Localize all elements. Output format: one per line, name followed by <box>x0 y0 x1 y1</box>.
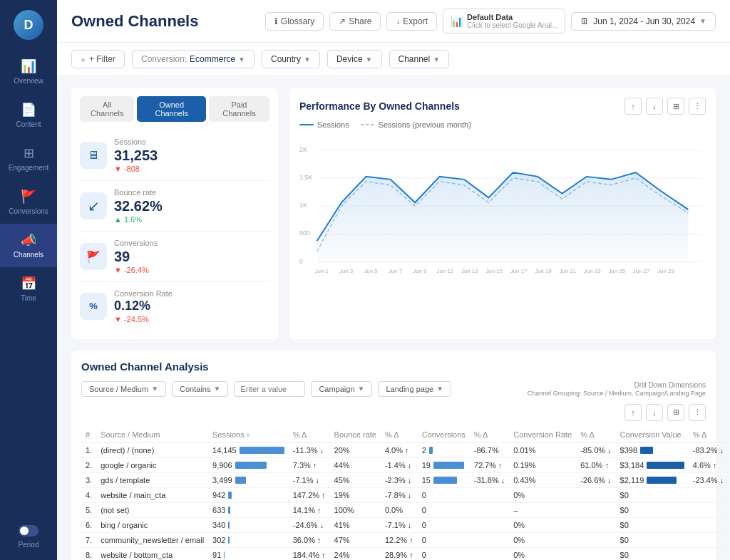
date-chevron-icon: ▼ <box>699 17 706 25</box>
conversion-filter[interactable]: Conversion: Ecommerce ▼ <box>132 50 255 68</box>
overview-icon: 📊 <box>21 58 36 74</box>
chart-up-button[interactable]: ↑ <box>624 98 642 115</box>
filter-value-input[interactable] <box>234 381 305 397</box>
sidebar-item-period[interactable]: Period <box>19 519 39 554</box>
table-row: 4. website / main_cta 942 147.2% ↑ 19% -… <box>81 487 728 502</box>
table-up-button[interactable]: ↑ <box>624 404 642 421</box>
cell-conv: 0 <box>418 532 470 547</box>
filterbar: ⬦ + Filter Conversion: Ecommerce ▼ Count… <box>57 43 730 76</box>
table-header: # Source / Medium Sessions ↑ % Δ Bounce … <box>81 427 728 443</box>
sidebar-item-overview[interactable]: 📊 Overview <box>0 50 57 93</box>
cell-pct-cr <box>576 532 615 547</box>
tab-owned-channels[interactable]: Owned Channels <box>137 96 205 122</box>
metrics-panel: All Channels Owned Channels Paid Channel… <box>71 88 278 339</box>
share-button[interactable]: ↗ Share <box>329 12 381 31</box>
cell-source: community_newsletter / email <box>96 532 208 547</box>
metric-conv-rate: % Conversion Rate 0.12% ▼ -24.5% <box>80 282 269 331</box>
source-medium-dropdown[interactable]: Source / Medium ▼ <box>81 381 166 397</box>
sessions-info: Sessions 31,253 ▼ -808 <box>114 138 269 173</box>
source-medium-label: Source / Medium <box>89 385 148 393</box>
svg-text:Jun 27: Jun 27 <box>633 268 650 274</box>
sidebar-item-channels[interactable]: 📣 Channels <box>0 224 57 267</box>
cell-pct-sessions: -24.6% ↓ <box>289 517 330 532</box>
sidebar-item-conversions[interactable]: 🚩 Conversions <box>0 180 57 224</box>
channel-filter[interactable]: Channel ▼ <box>389 50 450 68</box>
filter-button[interactable]: ⬦ + Filter <box>71 50 125 68</box>
glossary-button[interactable]: ℹ Glossary <box>265 12 324 31</box>
analysis-table: # Source / Medium Sessions ↑ % Δ Bounce … <box>81 427 728 560</box>
landing-page-label: Landing page <box>386 385 433 393</box>
period-toggle[interactable] <box>19 525 38 536</box>
table-down-button[interactable]: ↓ <box>646 404 663 421</box>
export-label: Export <box>403 16 428 26</box>
sidebar-item-content[interactable]: 📄 Content <box>0 93 57 137</box>
col-source[interactable]: Source / Medium <box>96 427 208 443</box>
conv-rate-value: 0.12% <box>114 299 269 313</box>
date-range-button[interactable]: 🗓 Jun 1, 2024 - Jun 30, 2024 ▼ <box>571 12 716 31</box>
app-logo[interactable]: D <box>14 10 43 40</box>
cell-bounce: 19% <box>330 487 381 502</box>
landing-page-dropdown[interactable]: Landing page ▼ <box>378 381 451 397</box>
top-section: All Channels Owned Channels Paid Channel… <box>71 88 716 339</box>
cell-pct-bounce: 12.2% ↑ <box>381 532 418 547</box>
sidebar-item-time[interactable]: 📅 Time <box>0 267 57 311</box>
table-more-button[interactable]: ⋮ <box>689 404 706 421</box>
country-filter[interactable]: Country ▼ <box>262 50 320 68</box>
cell-val: $0 <box>616 487 689 502</box>
chart-controls: ↑ ↓ ⊞ ⋮ <box>624 98 706 115</box>
cell-source: bing / organic <box>96 517 208 532</box>
table-row: 6. bing / organic 340 -24.6% ↓ 41% -7.1%… <box>81 517 728 532</box>
cell-sessions: 9,906 <box>208 457 289 472</box>
cell-sessions: 302 <box>208 532 289 547</box>
data-source-sub: Click to select Google Anal... <box>467 21 557 29</box>
table-header-row: # Source / Medium Sessions ↑ % Δ Bounce … <box>81 427 728 443</box>
conv-rate-info: Conversion Rate 0.12% ▼ -24.5% <box>114 289 269 323</box>
col-bounce[interactable]: Bounce rate <box>330 427 381 443</box>
cell-pct-sessions: 184.4% ↑ <box>289 547 330 560</box>
col-conversions[interactable]: Conversions <box>418 427 470 443</box>
cell-conv: 2 <box>418 442 470 457</box>
tab-all-channels[interactable]: All Channels <box>80 96 134 122</box>
col-conv-value[interactable]: Conversion Value <box>616 427 689 443</box>
cell-pct-bounce: 0.0% <box>381 502 418 517</box>
table-grid-button[interactable]: ⊞ <box>667 404 684 421</box>
analysis-title: Owned Channel Analysis <box>81 361 706 373</box>
chart-down-button[interactable]: ↓ <box>646 98 663 115</box>
cell-conv: 0 <box>418 502 470 517</box>
export-icon: ↓ <box>396 16 400 26</box>
device-filter[interactable]: Device ▼ <box>327 50 382 68</box>
bounce-change: ▲ 1.6% <box>114 215 269 224</box>
col-sessions[interactable]: Sessions ↑ <box>208 427 289 443</box>
metric-conversions: 🚩 Conversions 39 ▼ -26.4% <box>80 232 269 282</box>
col-conv-rate[interactable]: Conversion Rate <box>509 427 576 443</box>
campaign-dropdown[interactable]: Campaign ▼ <box>311 381 372 397</box>
main-content: Owned Channels ℹ Glossary ↗ Share ↓ Expo… <box>57 0 730 560</box>
cell-source: website / main_cta <box>96 487 208 502</box>
svg-text:0: 0 <box>299 258 303 265</box>
chart-more-button[interactable]: ⋮ <box>689 98 706 115</box>
analysis-section: Owned Channel Analysis Source / Medium ▼… <box>71 351 716 560</box>
device-filter-label: Device <box>336 54 363 64</box>
sessions-icon: 🖥 <box>80 142 107 169</box>
cell-pct-val <box>689 487 728 502</box>
data-source-button[interactable]: 📊 Default Data Click to select Google An… <box>443 9 565 33</box>
export-button[interactable]: ↓ Export <box>386 12 437 31</box>
chart-panel: Performance By Owned Channels ↑ ↓ ⊞ ⋮ Se… <box>289 88 716 339</box>
tab-paid-channels[interactable]: Paid Channels <box>209 96 269 122</box>
chart-container: 2K 1.5K 1K 500 0 <box>299 135 706 291</box>
chart-grid-button[interactable]: ⊞ <box>667 98 684 115</box>
legend-sessions: Sessions <box>299 120 349 129</box>
contains-dropdown[interactable]: Contains ▼ <box>172 381 228 397</box>
sidebar-label-engagement: Engagement <box>9 164 49 172</box>
cell-sessions: 340 <box>208 517 289 532</box>
analysis-filter-left: Source / Medium ▼ Contains ▼ Campaign ▼ … <box>81 381 451 397</box>
cell-conv: 0 <box>418 487 470 502</box>
cell-source: (direct) / (none) <box>96 442 208 457</box>
share-icon: ↗ <box>339 16 346 26</box>
cell-pct-val: -23.4% ↓ <box>689 472 728 487</box>
metric-bounce: ↙ Bounce rate 32.62% ▲ 1.6% <box>80 181 269 232</box>
sidebar-item-engagement[interactable]: ⊞ Engagement <box>0 137 57 180</box>
svg-text:Jun 21: Jun 21 <box>560 268 577 274</box>
cell-source: (not set) <box>96 502 208 517</box>
channels-icon: 📣 <box>21 232 36 248</box>
